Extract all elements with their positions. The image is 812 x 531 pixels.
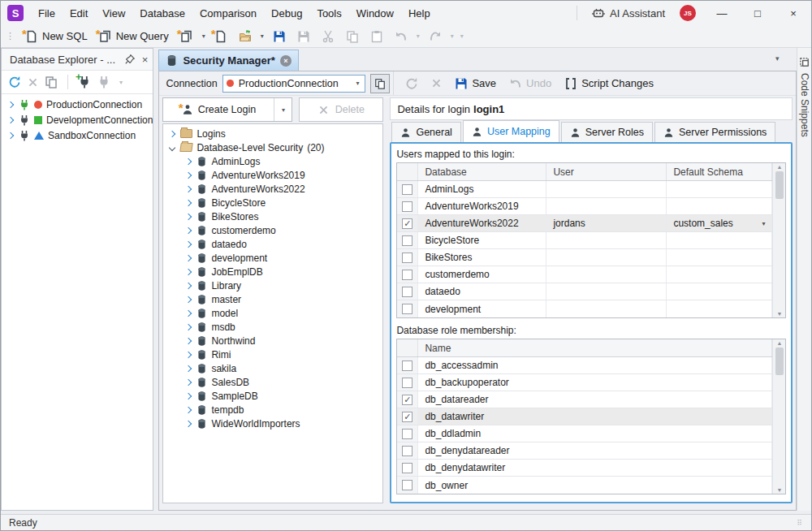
cell-default-schema[interactable]: ▾ <box>667 266 772 283</box>
tree-item-database[interactable]: Northwind <box>163 334 382 348</box>
row-checkbox[interactable] <box>402 395 412 405</box>
row-checkbox[interactable] <box>402 201 412 212</box>
menu-item[interactable]: Comparison <box>193 4 263 23</box>
row-checkbox[interactable] <box>402 304 412 314</box>
tree-item-database[interactable]: model <box>163 306 382 320</box>
row-checkbox[interactable] <box>402 235 412 246</box>
vertical-scrollbar[interactable]: ▲▼ <box>772 163 785 317</box>
chevron-right-icon[interactable] <box>185 185 192 192</box>
tree-item-database[interactable]: msdb <box>163 320 382 334</box>
refresh-icon[interactable] <box>8 76 21 88</box>
table-row[interactable]: db_owner <box>397 477 772 494</box>
schema-dropdown-icon[interactable]: ▾ <box>762 220 765 227</box>
resize-grip[interactable]: ⠿ <box>797 519 803 527</box>
user-avatar-badge[interactable]: JS <box>680 5 696 21</box>
tree-item-logins[interactable]: Logins <box>163 127 382 140</box>
ai-assistant-button[interactable]: AI Assistant <box>585 6 672 19</box>
row-checkbox[interactable] <box>402 253 412 263</box>
toolbar-grip[interactable]: ⋮ <box>6 31 14 41</box>
table-row[interactable]: db_backupoperator <box>397 374 772 391</box>
menu-item[interactable]: View <box>96 4 132 23</box>
tree-item-database[interactable]: BikeStores <box>163 209 382 223</box>
connection-select[interactable]: ProductionConnection ▾ <box>222 75 366 93</box>
tree-item-production-connection[interactable]: ProductionConnection <box>2 97 153 112</box>
table-row[interactable]: customerdemo ▾ <box>397 266 772 283</box>
table-row[interactable]: db_denydatareader <box>397 442 772 460</box>
explorer-close-icon[interactable]: × <box>142 54 149 66</box>
tab-general[interactable]: General <box>391 122 460 142</box>
open-dropdown[interactable]: ▾ <box>258 32 266 40</box>
chevron-right-icon[interactable] <box>185 323 192 330</box>
row-checkbox[interactable] <box>402 360 412 371</box>
cut-button[interactable] <box>317 28 339 45</box>
chevron-right-icon[interactable] <box>7 132 14 138</box>
tree-item-database[interactable]: WideWorldImporters <box>163 417 382 430</box>
menu-item[interactable]: Debug <box>265 4 309 23</box>
table-row[interactable]: db_accessadmin <box>397 357 772 374</box>
redo-dropdown[interactable]: ▾ <box>448 32 456 40</box>
chevron-right-icon[interactable] <box>185 227 192 233</box>
pin-icon[interactable] <box>124 54 136 65</box>
chevron-right-icon[interactable] <box>185 337 192 343</box>
open-file-button[interactable] <box>234 28 257 45</box>
tree-item-database[interactable]: development <box>163 251 382 265</box>
table-row[interactable]: AdventureWorks2022 jordans custom_sales▾ <box>397 215 772 232</box>
cell-default-schema[interactable]: ▾ <box>667 300 772 317</box>
chevron-right-icon[interactable] <box>185 378 192 385</box>
save-button[interactable]: Save <box>450 75 501 93</box>
scroll-thumb[interactable] <box>775 171 784 199</box>
chevron-right-icon[interactable] <box>185 240 192 247</box>
show-script-toggle-button[interactable] <box>370 74 390 93</box>
toolbar-overflow-dropdown[interactable]: ▾ <box>458 32 466 40</box>
tree-item-database-level-security[interactable]: Database-Level Security (20) <box>163 140 382 154</box>
menu-item[interactable]: Window <box>350 4 400 23</box>
tree-item-database[interactable]: SalesDB <box>163 375 382 389</box>
undo-button-toolbar[interactable] <box>390 28 412 45</box>
new-window-button[interactable] <box>175 28 198 45</box>
tree-item-database[interactable]: Library <box>163 278 382 292</box>
chevron-right-icon[interactable] <box>169 130 175 136</box>
save-button-toolbar[interactable] <box>268 28 291 45</box>
chevron-right-icon[interactable] <box>185 420 192 426</box>
tree-item-database[interactable]: SampleDB <box>163 389 382 403</box>
create-login-button[interactable]: Create Login ▾ <box>162 97 292 122</box>
cell-default-schema[interactable]: ▾ <box>667 198 772 214</box>
menu-item[interactable]: Edit <box>63 4 94 23</box>
cell-default-schema[interactable]: ▾ <box>667 283 772 300</box>
chevron-right-icon[interactable] <box>185 268 192 274</box>
tree-item-database[interactable]: AdventureWorks2019 <box>163 168 382 182</box>
table-row[interactable]: db_denydatawriter <box>397 460 772 477</box>
cell-default-schema[interactable]: ▾ <box>667 181 772 197</box>
cancel-button[interactable] <box>426 76 447 91</box>
chevron-right-icon[interactable] <box>185 254 192 261</box>
tree-item-database[interactable]: AdventureWorks2022 <box>163 182 382 196</box>
chevron-right-icon[interactable] <box>185 392 192 399</box>
scroll-up-icon[interactable]: ▲ <box>776 340 782 346</box>
chevron-right-icon[interactable] <box>7 101 14 107</box>
table-row[interactable]: AdventureWorks2019 ▾ <box>397 198 772 215</box>
tab-close-icon[interactable]: × <box>280 55 292 67</box>
delete-connection-icon[interactable] <box>28 77 38 88</box>
column-header-default-schema[interactable]: Default Schema <box>667 163 772 180</box>
tab-server-permissions[interactable]: Server Permissions <box>654 122 775 142</box>
duplicate-icon[interactable] <box>45 76 58 88</box>
table-row[interactable]: db_ddladmin <box>397 425 772 442</box>
column-header-database[interactable]: Database <box>418 163 546 180</box>
refresh-button[interactable] <box>400 75 423 93</box>
vertical-scrollbar[interactable]: ▲▼ <box>772 339 785 494</box>
disconnect-icon[interactable] <box>97 76 110 88</box>
delete-button[interactable]: Delete <box>299 97 383 122</box>
tab-security-manager[interactable]: Security Manager* × <box>158 50 298 71</box>
row-checkbox[interactable] <box>402 287 412 297</box>
table-row[interactable]: development ▾ <box>397 300 772 317</box>
chevron-right-icon[interactable] <box>185 296 192 302</box>
chevron-right-icon[interactable] <box>185 309 192 316</box>
tree-item-database[interactable]: master <box>163 292 382 306</box>
cell-default-schema[interactable]: ▾ <box>667 249 772 266</box>
tab-server-roles[interactable]: Server Roles <box>561 122 653 142</box>
row-checkbox[interactable] <box>402 270 412 280</box>
scroll-down-icon[interactable]: ▼ <box>776 311 782 317</box>
row-checkbox[interactable] <box>402 218 412 229</box>
tree-item-database[interactable]: tempdb <box>163 403 382 417</box>
table-row[interactable]: db_datareader <box>397 391 772 408</box>
